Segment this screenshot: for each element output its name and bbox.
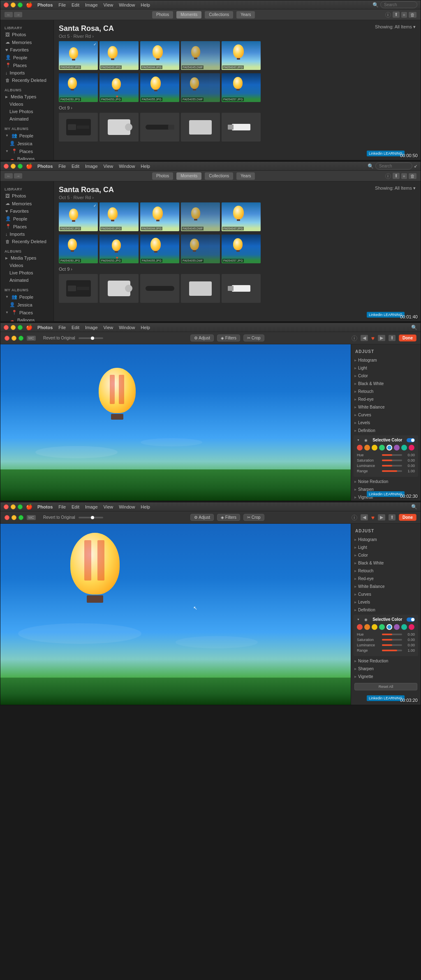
photo-thumb-6[interactable]: PA054050.JPG: [59, 73, 98, 102]
adjust-item-redeye-3[interactable]: ▶ Red-eye: [351, 395, 421, 403]
adjust-item-bw-3[interactable]: ▶ Black & White: [351, 380, 421, 388]
tab-years-1[interactable]: Years: [236, 11, 255, 19]
menu-view-2[interactable]: View: [104, 164, 113, 169]
menu-photos-1[interactable]: Photos: [37, 2, 53, 7]
menu-photos-3[interactable]: Photos: [37, 325, 53, 330]
adjust-item-redeye-4[interactable]: ▶ Red-eye: [351, 575, 421, 583]
color-dot-green-3[interactable]: [379, 445, 385, 451]
photo-thumb-2-2[interactable]: PA054043.JPG: [99, 202, 139, 231]
icon-delete-2[interactable]: 🗑: [409, 173, 416, 179]
menu-edit-2[interactable]: Edit: [72, 164, 79, 169]
adjust-btn-4[interactable]: ⚙ Adjust: [190, 514, 214, 521]
color-dot-teal-4[interactable]: [401, 624, 407, 630]
adjust-item-noise-4[interactable]: ▶ Noise Reduction: [351, 657, 421, 665]
menu-edit-3[interactable]: Edit: [72, 325, 79, 330]
showing-label-1[interactable]: Showing: All Items ▾: [375, 24, 416, 30]
maximize-btn-4[interactable]: [18, 504, 23, 509]
sidebar-item-places-group[interactable]: ▼ 📍 Places: [1, 147, 53, 155]
color-dot-blue-4[interactable]: [386, 624, 392, 630]
menu-image-4[interactable]: Image: [85, 504, 98, 509]
photo-thumb-13[interactable]: [140, 113, 179, 142]
sidebar-item-memories-2[interactable]: ☁ Memories: [1, 200, 53, 207]
sc-toggle-4[interactable]: [407, 618, 415, 622]
menu-window-2[interactable]: Window: [119, 164, 135, 169]
sidebar-item-videos[interactable]: Videos: [1, 100, 53, 108]
photo-thumb-2-3[interactable]: PA054044.JPG: [140, 202, 179, 231]
sidebar-item-imports-2[interactable]: ↓ Imports: [1, 230, 53, 238]
adjust-item-levels-4[interactable]: ▶ Levels: [351, 598, 421, 606]
icon-share-2[interactable]: ⬆: [393, 173, 400, 179]
date-header-oct9-1[interactable]: Oct 9 ›: [59, 105, 416, 110]
icon-share-4[interactable]: ⬆: [389, 514, 396, 520]
photo-thumb-3[interactable]: PA054044.JPG: [140, 41, 179, 70]
crop-btn-4[interactable]: ✂ Crop: [243, 514, 264, 521]
sc-hue-track-4[interactable]: [382, 634, 402, 635]
close-btn-3[interactable]: [4, 325, 9, 330]
photo-thumb-2-7[interactable]: PA054053.JPG ♥: [99, 235, 139, 263]
photo-thumb-4[interactable]: PA054045.DMF: [181, 41, 220, 70]
sc-lum-track-4[interactable]: [382, 644, 402, 646]
menu-view-1[interactable]: View: [104, 2, 113, 7]
color-dot-teal-3[interactable]: [401, 445, 407, 451]
photo-thumb-8[interactable]: PA054055.JPG: [140, 73, 179, 102]
slider-control-3[interactable]: [79, 337, 103, 339]
color-dot-orange-4[interactable]: [364, 624, 370, 630]
sidebar-item-places-group-2[interactable]: ▼ 📍 Places: [1, 309, 53, 316]
revert-btn-4[interactable]: Revert to Original: [43, 515, 75, 520]
maximize-btn-3[interactable]: [18, 325, 23, 330]
icon-share-3[interactable]: ⬆: [389, 335, 396, 341]
info-icon-1[interactable]: i: [385, 12, 391, 18]
photo-thumb-2-10[interactable]: PA054057.JPG: [222, 235, 261, 263]
sc-sat-track-3[interactable]: [382, 460, 402, 461]
minimize-btn-1[interactable]: [11, 2, 16, 7]
done-btn-3[interactable]: Done: [399, 334, 416, 341]
menu-view-3[interactable]: View: [104, 325, 113, 330]
tab-collections-1[interactable]: Collections: [205, 11, 233, 19]
search-input-1[interactable]: [380, 1, 417, 8]
adjust-item-wb-4[interactable]: ▶ White Balance: [351, 583, 421, 590]
filters-btn-3[interactable]: ◈ Filters: [217, 334, 240, 341]
sidebar-item-animated[interactable]: Animated: [1, 115, 53, 123]
sidebar-item-jessica-2[interactable]: 👤 Jessica: [1, 301, 53, 309]
sidebar-item-people-group[interactable]: ▼ 👥 People: [1, 132, 53, 139]
menu-image-1[interactable]: Image: [85, 2, 98, 7]
photo-thumb-2-8[interactable]: PA054055.JPG: [140, 235, 179, 263]
adjust-item-color-3[interactable]: ▶ Color: [351, 372, 421, 380]
tab-photos-1[interactable]: Photos: [152, 11, 173, 19]
sidebar-item-people-group-2[interactable]: ▼ 👥 People: [1, 293, 53, 301]
menu-help-2[interactable]: Help: [141, 164, 150, 169]
adjust-item-light-4[interactable]: ▶ Light: [351, 543, 421, 551]
apple-icon-4[interactable]: 🍎: [26, 504, 32, 510]
menu-help-3[interactable]: Help: [141, 325, 150, 330]
showing-label-2[interactable]: Showing: All Items ▾: [375, 186, 416, 191]
adjust-item-definition-3[interactable]: ▶ Definition: [351, 427, 421, 434]
adjust-item-sharpen-4[interactable]: ▶ Sharpen: [351, 665, 421, 673]
adjust-item-curves-4[interactable]: ▶ Curves: [351, 590, 421, 598]
menu-image-2[interactable]: Image: [85, 164, 98, 169]
close-btn-2[interactable]: [4, 164, 9, 169]
sidebar-item-live-photos-2[interactable]: Live Photos: [1, 269, 53, 276]
photo-thumb-2-11[interactable]: [59, 274, 98, 303]
sidebar-item-favorites[interactable]: ♥ Favorites: [1, 46, 53, 53]
color-dot-yellow-4[interactable]: [372, 624, 377, 630]
icon-prev-4[interactable]: ◀: [361, 514, 368, 520]
adjust-item-levels-3[interactable]: ▶ Levels: [351, 419, 421, 427]
icon-delete-1[interactable]: 🗑: [409, 12, 416, 18]
tab-photos-2[interactable]: Photos: [152, 172, 173, 180]
icon-prev-3[interactable]: ◀: [361, 335, 368, 341]
adjust-item-histogram-3[interactable]: ▶ Histogram: [351, 356, 421, 364]
menu-photos-2[interactable]: Photos: [37, 164, 53, 169]
photo-thumb-5[interactable]: PA054047.JPG: [222, 41, 261, 70]
photo-thumb-2-12[interactable]: [99, 274, 139, 303]
menu-help-1[interactable]: Help: [141, 2, 150, 7]
sidebar-item-media-types-2[interactable]: ▶ Media Types: [1, 254, 53, 262]
slider-track-3[interactable]: [79, 337, 103, 339]
sidebar-item-jessica[interactable]: 👤 Jessica: [1, 139, 53, 147]
adjust-item-vignette-4[interactable]: ▶ Vignette: [351, 673, 421, 680]
photo-thumb-9[interactable]: PA054055.DMF: [181, 73, 220, 102]
adjust-btn-3[interactable]: ⚙ Adjust: [190, 334, 214, 341]
icon-next-3[interactable]: ▶: [378, 335, 385, 341]
minimize-btn-3[interactable]: [11, 325, 16, 330]
menu-image-3[interactable]: Image: [85, 325, 98, 330]
sidebar-item-recently-deleted-1[interactable]: 🗑 Recently Deleted: [1, 77, 53, 84]
